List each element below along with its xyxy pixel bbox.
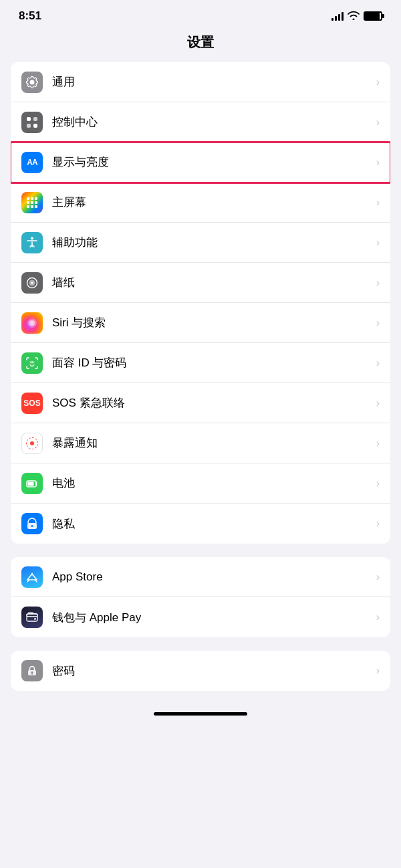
svg-rect-5 xyxy=(31,197,33,200)
settings-group-2: App Store › 钱包与 Apple Pay › xyxy=(11,557,390,637)
battery-settings-icon xyxy=(21,473,43,494)
settings-item-control-center[interactable]: 控制中心 › xyxy=(11,102,390,142)
control-center-chevron: › xyxy=(376,116,380,128)
appstore-icon xyxy=(21,566,43,588)
accessibility-label: 辅助功能 xyxy=(52,235,376,250)
passwords-label: 密码 xyxy=(52,663,376,679)
display-chevron: › xyxy=(376,156,380,169)
control-center-icon xyxy=(21,112,43,133)
accessibility-chevron: › xyxy=(376,237,380,249)
exposure-label: 暴露通知 xyxy=(52,435,376,451)
svg-rect-0 xyxy=(27,117,31,121)
faceid-icon xyxy=(21,352,43,374)
faceid-label: 面容 ID 与密码 xyxy=(52,355,376,370)
sos-label: SOS 紧急联络 xyxy=(52,395,376,411)
siri-chevron: › xyxy=(376,317,380,329)
svg-rect-8 xyxy=(31,201,33,204)
passwords-chevron: › xyxy=(376,665,380,677)
siri-label: Siri 与搜索 xyxy=(52,315,376,330)
svg-point-13 xyxy=(31,237,33,239)
status-time: 8:51 xyxy=(19,9,41,23)
signal-icon xyxy=(331,11,344,21)
settings-item-sos[interactable]: SOS SOS 紧急联络 › xyxy=(11,383,390,423)
home-indicator xyxy=(154,712,247,716)
svg-point-14 xyxy=(30,361,31,362)
settings-item-faceid[interactable]: 面容 ID 与密码 › xyxy=(11,343,390,383)
svg-rect-20 xyxy=(27,614,37,621)
settings-group-1: 通用 › 控制中心 › AA 显示与亮度 › xyxy=(11,62,390,544)
settings-item-wallpaper[interactable]: 墙纸 › xyxy=(11,263,390,303)
wallpaper-label: 墙纸 xyxy=(52,275,376,290)
settings-item-exposure[interactable]: 暴露通知 › xyxy=(11,423,390,463)
svg-point-19 xyxy=(31,525,33,527)
svg-rect-9 xyxy=(35,201,37,204)
svg-rect-2 xyxy=(27,124,31,128)
home-screen-chevron: › xyxy=(376,197,380,209)
general-icon xyxy=(21,72,43,93)
passwords-icon xyxy=(21,660,43,681)
faceid-chevron: › xyxy=(376,357,380,369)
svg-rect-3 xyxy=(33,124,37,128)
svg-rect-1 xyxy=(33,117,37,121)
svg-rect-7 xyxy=(27,201,29,204)
settings-item-passwords[interactable]: 密码 › xyxy=(11,651,390,691)
settings-item-wallet[interactable]: 钱包与 Apple Pay › xyxy=(11,597,390,637)
wallet-icon xyxy=(21,607,43,628)
home-screen-icon xyxy=(21,192,43,213)
battery-label: 电池 xyxy=(52,475,376,491)
general-chevron: › xyxy=(376,76,380,88)
battery-chevron: › xyxy=(376,477,380,490)
settings-item-display[interactable]: AA 显示与亮度 › xyxy=(11,142,390,183)
wallpaper-chevron: › xyxy=(376,277,380,289)
settings-item-home-screen[interactable]: 主屏幕 › xyxy=(11,183,390,223)
svg-rect-4 xyxy=(27,197,29,200)
display-icon: AA xyxy=(21,152,43,173)
exposure-icon xyxy=(21,433,43,454)
appstore-chevron: › xyxy=(376,571,380,583)
svg-rect-21 xyxy=(34,619,36,620)
svg-point-15 xyxy=(33,361,35,362)
control-center-label: 控制中心 xyxy=(52,114,376,130)
settings-item-privacy[interactable]: 隐私 › xyxy=(11,504,390,544)
wifi-icon xyxy=(348,11,360,22)
siri-icon xyxy=(21,312,43,334)
status-bar: 8:51 xyxy=(0,0,401,28)
battery-icon xyxy=(364,11,382,21)
settings-item-general[interactable]: 通用 › xyxy=(11,62,390,102)
svg-rect-17 xyxy=(28,481,34,485)
svg-rect-12 xyxy=(35,205,37,208)
settings-item-battery[interactable]: 电池 › xyxy=(11,463,390,504)
appstore-label: App Store xyxy=(52,570,376,584)
privacy-chevron: › xyxy=(376,518,380,530)
privacy-label: 隐私 xyxy=(52,516,376,532)
status-icons xyxy=(331,11,382,22)
svg-rect-6 xyxy=(35,197,37,200)
settings-item-siri[interactable]: Siri 与搜索 › xyxy=(11,303,390,343)
settings-item-accessibility[interactable]: 辅助功能 › xyxy=(11,223,390,263)
sos-icon: SOS xyxy=(21,393,43,414)
privacy-icon xyxy=(21,513,43,534)
svg-rect-10 xyxy=(27,205,29,208)
home-screen-label: 主屏幕 xyxy=(52,195,376,210)
sos-chevron: › xyxy=(376,397,380,409)
exposure-chevron: › xyxy=(376,437,380,449)
svg-rect-22 xyxy=(28,612,33,614)
accessibility-icon xyxy=(21,232,43,253)
settings-item-appstore[interactable]: App Store › xyxy=(11,557,390,597)
display-label: 显示与亮度 xyxy=(52,154,376,170)
settings-group-3: 密码 › xyxy=(11,651,390,691)
general-label: 通用 xyxy=(52,74,376,90)
wallet-label: 钱包与 Apple Pay xyxy=(52,610,376,625)
wallet-chevron: › xyxy=(376,611,380,623)
page-title: 设置 xyxy=(0,28,401,62)
svg-rect-11 xyxy=(31,205,33,208)
wallpaper-icon xyxy=(21,272,43,294)
